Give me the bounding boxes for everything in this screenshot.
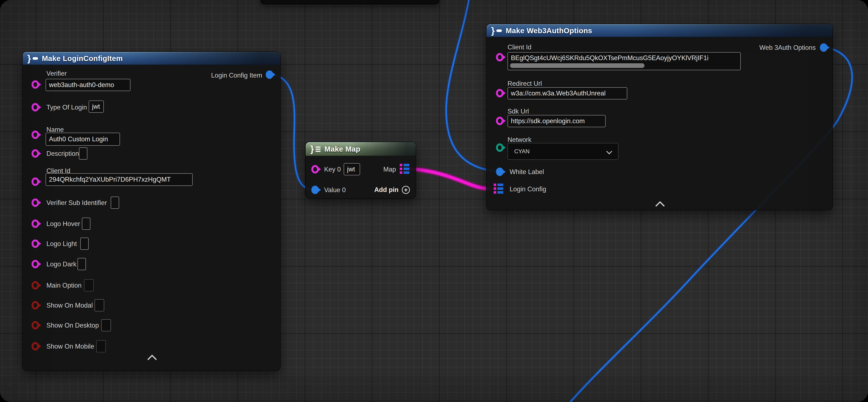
output-pin-label: Web 3Auth Options xyxy=(760,44,816,52)
logo-hover-field[interactable] xyxy=(82,218,90,230)
pin-label-main-option: Main Option xyxy=(46,282,82,289)
make-struct-icon: } xyxy=(491,26,502,35)
pin-label-sdk-url: Sdk Url xyxy=(507,108,529,115)
output-pin-login-config-item[interactable] xyxy=(266,70,273,79)
pin-main-option[interactable] xyxy=(32,281,39,289)
offscreen-node-fragment[interactable] xyxy=(260,0,439,4)
client-id-field[interactable]: 294QRkchfq2YaXUbPri7D6PH7xzHgQMT xyxy=(45,173,193,186)
pin-redirect-url[interactable] xyxy=(496,89,503,97)
pin-description[interactable] xyxy=(32,149,39,158)
node-header[interactable]: } Make LoginConfigItem xyxy=(23,52,280,65)
pin-client-id[interactable] xyxy=(496,53,503,61)
pin-logo-dark[interactable] xyxy=(32,260,39,268)
pin-label-key-0: Key 0 xyxy=(324,166,341,173)
output-pin-map[interactable] xyxy=(400,164,409,174)
pin-label-description: Description xyxy=(46,150,79,157)
node-make-web3authoptions[interactable]: } Make Web3AuthOptions Web 3Auth Options… xyxy=(486,24,833,210)
node-header[interactable]: } Make Map xyxy=(306,142,416,156)
node-make-map[interactable]: } Make Map Key 0 jwt Map Value 0 Add pin… xyxy=(305,142,416,199)
add-pin-plus-icon: + xyxy=(402,186,410,194)
pin-name[interactable] xyxy=(32,131,39,139)
logo-light-field[interactable] xyxy=(80,237,89,250)
make-map-icon: } xyxy=(310,144,320,154)
pin-sdk-url[interactable] xyxy=(496,117,503,125)
pin-verifier-sub-identifier[interactable] xyxy=(32,199,39,207)
pin-label-logo-light: Logo Light xyxy=(46,240,77,248)
pin-label-client-id: Client Id xyxy=(507,44,531,51)
pin-label-network: Network xyxy=(507,136,531,144)
main-option-checkbox[interactable] xyxy=(84,279,94,291)
redirect-url-field[interactable]: w3a://com.w3a.Web3AuthUnreal xyxy=(507,87,627,99)
pin-verifier[interactable] xyxy=(32,80,39,89)
type-of-login-field[interactable]: jwt xyxy=(89,100,104,113)
pin-logo-hover[interactable] xyxy=(32,220,39,228)
pin-type-of-login[interactable] xyxy=(32,103,39,111)
verifier-field[interactable]: web3auth-auth0-demo xyxy=(45,79,130,91)
network-dropdown[interactable]: CYAN xyxy=(507,143,618,160)
field-scrollbar[interactable] xyxy=(510,63,645,68)
show-on-mobile-checkbox[interactable] xyxy=(96,340,106,352)
collapse-node-chevron[interactable] xyxy=(655,201,665,210)
pin-label-show-on-desktop: Show On Desktop xyxy=(46,322,99,329)
output-pin-label: Login Config Item xyxy=(211,72,262,79)
pin-key-0[interactable] xyxy=(311,165,319,173)
pin-show-on-mobile[interactable] xyxy=(32,342,39,350)
wire-map-to-loginconfig[interactable] xyxy=(409,169,491,189)
pin-show-on-modal[interactable] xyxy=(32,301,39,310)
node-title: Make Map xyxy=(324,145,360,153)
pin-client-id[interactable] xyxy=(32,177,39,186)
collapse-node-chevron[interactable] xyxy=(147,354,157,364)
node-title: Make LoginConfigItem xyxy=(42,54,123,63)
node-header[interactable]: } Make Web3AuthOptions xyxy=(487,24,833,37)
pin-value-0[interactable] xyxy=(311,185,319,194)
pin-label-logo-hover: Logo Hover xyxy=(46,220,80,228)
pin-label-redirect-url: Redirect Url xyxy=(507,80,542,87)
pin-label-white-label: White Label xyxy=(509,168,544,176)
node-make-loginconfigitem[interactable]: } Make LoginConfigItem Login Config Item… xyxy=(22,52,281,371)
pin-white-label[interactable] xyxy=(496,168,503,176)
name-field[interactable]: Auth0 Custom Login xyxy=(45,133,120,146)
node-title: Make Web3AuthOptions xyxy=(506,27,592,35)
pin-label-show-on-mobile: Show On Mobile xyxy=(46,343,94,350)
pin-logo-light[interactable] xyxy=(32,239,39,248)
pin-login-config[interactable] xyxy=(494,183,503,194)
logo-dark-field[interactable] xyxy=(78,258,86,270)
output-pin-label-map: Map xyxy=(383,166,396,173)
verifier-sub-identifier-field[interactable] xyxy=(111,197,119,209)
pin-label-type-of-login: Type Of Login xyxy=(46,104,87,111)
add-pin-button[interactable]: Add pin + xyxy=(374,186,410,194)
output-pin-web3auth-options[interactable] xyxy=(820,43,828,52)
pin-label-verifier: Verifier xyxy=(46,70,67,77)
make-struct-icon: } xyxy=(27,54,38,63)
sdk-url-field[interactable]: https://sdk.openlogin.com xyxy=(507,115,606,127)
pin-label-show-on-modal: Show On Modal xyxy=(46,302,93,309)
key-0-field[interactable]: jwt xyxy=(344,163,360,175)
pin-label-name: Name xyxy=(46,126,64,134)
pin-show-on-desktop[interactable] xyxy=(32,321,39,329)
show-on-desktop-checkbox[interactable] xyxy=(101,319,111,332)
pin-label-login-config: Login Config xyxy=(509,185,546,193)
description-field[interactable] xyxy=(79,147,87,160)
pin-label-verifier-sub-identifier: Verifier Sub Identifier xyxy=(46,199,107,207)
chevron-down-icon xyxy=(606,148,612,154)
show-on-modal-checkbox[interactable] xyxy=(95,299,104,311)
client-id-field[interactable]: BEglQSgt4cUWcj6SKRdu5QkOXTsePmMcusG5EAoy… xyxy=(507,52,741,70)
blueprint-canvas[interactable]: } Make LoginConfigItem Login Config Item… xyxy=(0,0,868,402)
pin-label-value-0: Value 0 xyxy=(324,186,346,194)
pin-network[interactable] xyxy=(496,143,503,152)
pin-label-logo-dark: Logo Dark xyxy=(46,260,76,268)
